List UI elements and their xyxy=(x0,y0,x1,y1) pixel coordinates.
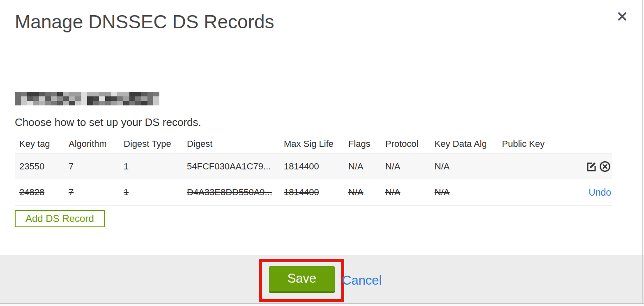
cell-max-sig-life: 1814400 xyxy=(284,187,348,198)
row-actions: Undo xyxy=(559,187,612,198)
cell-digest: D4A33E8DD550A9... xyxy=(187,187,284,198)
cancel-link[interactable]: Cancel xyxy=(342,273,382,288)
cell-key-data-alg: N/A xyxy=(435,161,502,172)
cell-key-data-alg: N/A xyxy=(435,187,502,198)
table-row-deleted: 24828 7 1 D4A33E8DD550A9... 1814400 N/A … xyxy=(15,179,612,206)
column-header-digest-type: Digest Type xyxy=(124,139,187,149)
page-title: Manage DNSSEC DS Records xyxy=(15,11,274,33)
table-header-row: Key tag Algorithm Digest Type Digest Max… xyxy=(15,135,612,153)
instruction-text: Choose how to set up your DS records. xyxy=(15,116,201,129)
circle-x-icon xyxy=(599,160,611,173)
cell-digest-type: 1 xyxy=(124,161,187,172)
column-header-protocol: Protocol xyxy=(385,139,435,149)
undo-link[interactable]: Undo xyxy=(589,187,611,198)
dnssec-ds-records-modal: Manage DNSSEC DS Records Choose how to s… xyxy=(0,0,644,306)
close-button[interactable] xyxy=(616,8,632,25)
column-header-flags: Flags xyxy=(348,139,385,149)
cell-key-tag: 23550 xyxy=(19,161,69,172)
column-header-algorithm: Algorithm xyxy=(69,139,124,149)
ds-records-table: Key tag Algorithm Digest Type Digest Max… xyxy=(15,135,612,206)
cell-algorithm: 7 xyxy=(69,187,124,198)
row-actions xyxy=(559,160,612,173)
cell-flags: N/A xyxy=(348,161,385,172)
add-ds-record-button[interactable]: Add DS Record xyxy=(15,210,105,227)
save-button[interactable]: Save xyxy=(269,266,335,293)
column-header-public-key: Public Key xyxy=(502,139,559,149)
domain-name-redacted xyxy=(15,92,159,105)
cell-flags: N/A xyxy=(348,187,385,198)
cell-algorithm: 7 xyxy=(69,161,124,172)
modal-footer: Save Cancel xyxy=(0,255,644,303)
cell-protocol: N/A xyxy=(385,161,435,172)
cell-key-tag: 24828 xyxy=(19,187,69,198)
cell-protocol: N/A xyxy=(385,187,435,198)
column-header-key-tag: Key tag xyxy=(19,139,69,149)
column-header-digest: Digest xyxy=(187,139,284,149)
column-header-key-data-alg: Key Data Alg xyxy=(435,139,502,149)
close-icon xyxy=(616,10,632,23)
delete-record-button[interactable] xyxy=(599,160,611,173)
cell-max-sig-life: 1814400 xyxy=(284,161,348,172)
table-row: 23550 7 1 54FCF030AA1C79... 1814400 N/A … xyxy=(15,153,612,179)
cell-digest-type: 1 xyxy=(124,187,187,198)
edit-icon xyxy=(585,160,598,173)
cell-digest: 54FCF030AA1C79... xyxy=(187,161,284,172)
edit-record-button[interactable] xyxy=(585,160,598,173)
screenshot-right-border xyxy=(642,0,643,306)
screenshot-bottom-edge xyxy=(0,303,644,306)
column-header-max-sig-life: Max Sig Life xyxy=(284,139,348,149)
